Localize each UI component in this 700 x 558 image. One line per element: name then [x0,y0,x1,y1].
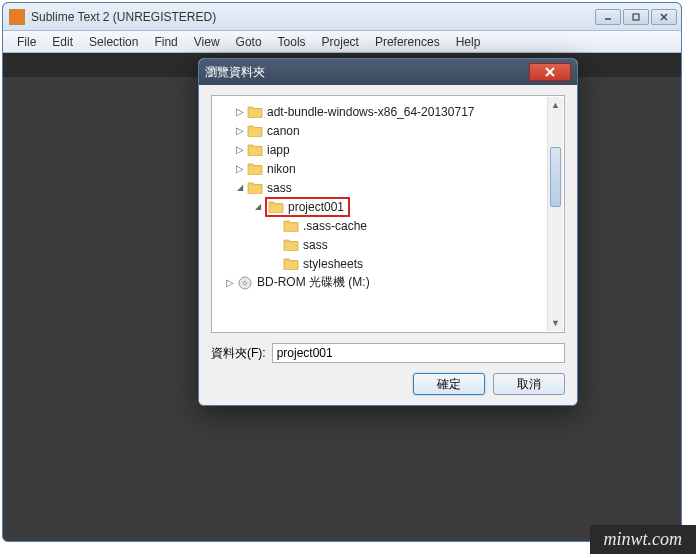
menu-view[interactable]: View [186,33,228,51]
maximize-button[interactable] [623,9,649,25]
folder-field-label: 資料夾(F): [211,345,266,362]
folder-icon [247,181,263,194]
chevron-right-icon[interactable]: ▷ [234,144,245,155]
menubar: File Edit Selection Find View Goto Tools… [3,31,681,53]
tree-label: stylesheets [303,257,363,271]
tree-row[interactable]: ◢sass [216,178,560,197]
minimize-icon [603,13,613,21]
tree-label: BD-ROM 光碟機 (M:) [257,274,370,291]
close-button[interactable] [651,9,677,25]
tree-row[interactable]: ▷BD-ROM 光碟機 (M:) [216,273,560,292]
chevron-right-icon[interactable] [270,220,281,231]
tree-label: canon [267,124,300,138]
tree-row[interactable]: sass [216,235,560,254]
folder-tree[interactable]: ▷adt-bundle-windows-x86_64-20130717▷cano… [211,95,565,333]
browse-folder-dialog: 瀏覽資料夾 ▷adt-bundle-windows-x86_64-2013071… [198,58,578,406]
tree-row[interactable]: .sass-cache [216,216,560,235]
window-controls [595,9,677,25]
tree-row[interactable]: ▷adt-bundle-windows-x86_64-20130717 [216,102,560,121]
maximize-icon [631,13,641,21]
svg-point-7 [244,281,247,284]
ok-button[interactable]: 確定 [413,373,485,395]
chevron-right-icon[interactable]: ▷ [224,277,235,288]
watermark: minwt.com [590,525,697,554]
chevron-right-icon[interactable] [270,258,281,269]
tree-label: sass [267,181,292,195]
chevron-right-icon[interactable]: ▷ [234,106,245,117]
menu-preferences[interactable]: Preferences [367,33,448,51]
app-icon [9,9,25,25]
tree-label: sass [303,238,328,252]
folder-icon [283,219,299,232]
tree-label: .sass-cache [303,219,367,233]
menu-file[interactable]: File [9,33,44,51]
menu-find[interactable]: Find [146,33,185,51]
menu-goto[interactable]: Goto [228,33,270,51]
scroll-thumb[interactable] [550,147,561,207]
titlebar[interactable]: Sublime Text 2 (UNREGISTERED) [3,3,681,31]
selected-folder-highlight: project001 [265,197,350,217]
scrollbar[interactable]: ▲ ▼ [547,97,563,331]
menu-selection[interactable]: Selection [81,33,146,51]
menu-help[interactable]: Help [448,33,489,51]
folder-icon [247,124,263,137]
tree-label: nikon [267,162,296,176]
folder-icon [268,200,284,213]
folder-icon [283,238,299,251]
close-icon [545,67,555,77]
folder-icon [283,257,299,270]
chevron-right-icon[interactable]: ▷ [234,163,245,174]
folder-icon [247,143,263,156]
tree-label: iapp [267,143,290,157]
scroll-down-icon[interactable]: ▼ [548,315,563,331]
dialog-titlebar[interactable]: 瀏覽資料夾 [199,59,577,85]
minimize-button[interactable] [595,9,621,25]
tree-row[interactable]: ▷canon [216,121,560,140]
tree-label: project001 [288,200,344,214]
tree-row[interactable]: stylesheets [216,254,560,273]
chevron-right-icon[interactable]: ▷ [234,125,245,136]
folder-field-row: 資料夾(F): [211,343,565,363]
disc-icon [237,275,253,291]
tree-row[interactable]: ◢project001 [216,197,560,216]
folder-icon [247,105,263,118]
chevron-down-icon[interactable]: ◢ [252,201,263,212]
chevron-right-icon[interactable] [270,239,281,250]
dialog-title: 瀏覽資料夾 [205,64,529,81]
tree-row[interactable]: ▷nikon [216,159,560,178]
dialog-close-button[interactable] [529,63,571,81]
cancel-button[interactable]: 取消 [493,373,565,395]
menu-project[interactable]: Project [314,33,367,51]
folder-icon [247,162,263,175]
window-title: Sublime Text 2 (UNREGISTERED) [31,10,595,24]
close-icon [659,13,669,21]
svg-rect-1 [633,14,639,20]
folder-field-input[interactable] [272,343,565,363]
dialog-body: ▷adt-bundle-windows-x86_64-20130717▷cano… [199,85,577,405]
tree-row[interactable]: ▷iapp [216,140,560,159]
chevron-down-icon[interactable]: ◢ [234,182,245,193]
menu-tools[interactable]: Tools [270,33,314,51]
tree-label: adt-bundle-windows-x86_64-20130717 [267,105,474,119]
scroll-up-icon[interactable]: ▲ [548,97,563,113]
menu-edit[interactable]: Edit [44,33,81,51]
dialog-buttons: 確定 取消 [211,373,565,395]
